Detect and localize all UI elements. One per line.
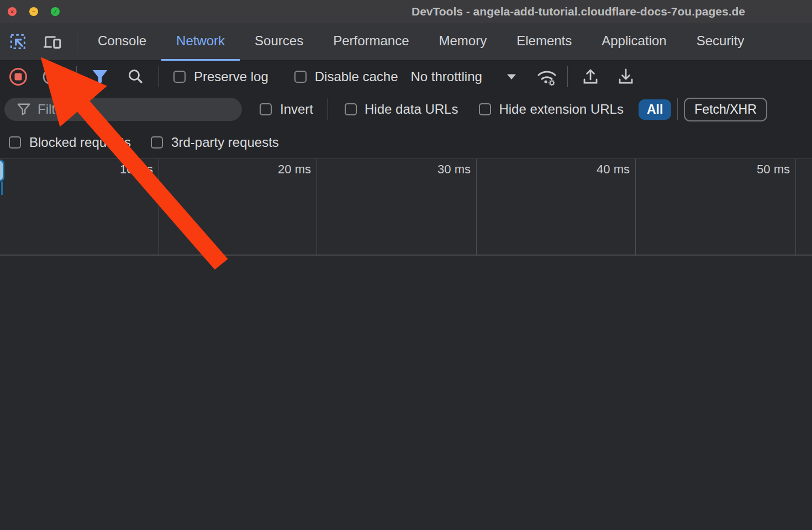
blocked-requests-label: Blocked requests: [29, 135, 131, 150]
hide-data-urls-checkbox[interactable]: [345, 103, 357, 115]
import-har-button[interactable]: [581, 67, 600, 86]
wifi-gear-icon: [535, 67, 558, 87]
filter-toggle-button[interactable]: [91, 68, 109, 85]
inspect-cursor-icon: [9, 33, 28, 51]
divider: [677, 98, 678, 120]
disable-cache-checkbox[interactable]: [294, 71, 307, 83]
timeline-gridline: [795, 159, 796, 255]
zoom-button[interactable]: ∕: [51, 7, 60, 16]
network-overview-timeline[interactable]: 10 ms 20 ms 30 ms 40 ms 50 ms: [0, 158, 812, 256]
filter-input[interactable]: [38, 102, 220, 117]
devtools-tabbar: Console Network Sources Performance Memo…: [0, 23, 812, 61]
download-icon: [616, 67, 635, 86]
search-button[interactable]: [126, 68, 144, 86]
requests-panel-empty: Recording network activity… Perform a re…: [0, 256, 812, 530]
record-network-log-button[interactable]: [9, 67, 28, 86]
invert-label: Invert: [280, 102, 313, 117]
third-party-requests-checkbox[interactable]: [151, 136, 163, 149]
timeline-gridline: [159, 159, 159, 255]
device-toolbar-icon: [43, 33, 62, 51]
hide-extension-urls-label: Hide extension URLs: [499, 102, 623, 117]
toggle-device-toolbar-button[interactable]: [40, 30, 65, 54]
overview-drag-handle-stem: [1, 182, 3, 195]
third-party-requests-label: 3rd-party requests: [171, 135, 279, 150]
divider: [76, 66, 77, 87]
tab-elements[interactable]: Elements: [502, 23, 587, 61]
divider: [567, 66, 568, 87]
inspect-element-button[interactable]: [6, 30, 30, 54]
panel-tabs: Console Network Sources Performance Memo…: [83, 23, 759, 61]
tab-performance[interactable]: Performance: [318, 23, 424, 61]
timeline-tick-label: 40 ms: [569, 162, 630, 177]
search-icon: [126, 68, 144, 86]
tab-memory[interactable]: Memory: [424, 23, 502, 61]
request-type-chip-all[interactable]: All: [639, 99, 671, 120]
timeline-gridline: [476, 159, 477, 255]
timeline-gridline: [635, 159, 636, 255]
hide-data-urls-label: Hide data URLs: [365, 102, 458, 117]
divider: [328, 98, 328, 120]
preserve-log-checkbox[interactable]: [173, 71, 186, 83]
disable-cache-label: Disable cache: [315, 69, 398, 84]
hide-extension-urls-checkbox[interactable]: [479, 103, 491, 115]
network-filter-bar-second-row: Blocked requests 3rd-party requests: [0, 126, 812, 158]
minimize-button[interactable]: −: [29, 7, 38, 16]
divider: [77, 31, 77, 52]
timeline-gridline: [317, 159, 317, 255]
invert-checkbox[interactable]: [260, 103, 272, 115]
overview-drag-handle[interactable]: [0, 160, 4, 182]
tab-sources[interactable]: Sources: [240, 23, 318, 61]
timeline-tick-label: 10 ms: [92, 162, 153, 177]
throttling-select[interactable]: No throttling: [410, 69, 482, 84]
preserve-log-label: Preserve log: [194, 69, 268, 84]
tab-console[interactable]: Console: [83, 23, 161, 61]
divider: [159, 66, 159, 87]
tab-security[interactable]: Security: [682, 23, 760, 61]
timeline-tick-label: 50 ms: [729, 162, 790, 177]
titlebar: × − ∕ DevTools - angela-add-tutorial.clo…: [0, 0, 812, 23]
timeline-tick-label: 30 ms: [410, 162, 471, 177]
timeline-tick-label: 20 ms: [250, 162, 311, 177]
throttling-dropdown-button[interactable]: [507, 73, 516, 80]
export-har-button[interactable]: [616, 67, 635, 86]
filter-input-container[interactable]: [4, 98, 242, 121]
upload-icon: [581, 67, 600, 86]
tab-application[interactable]: Application: [587, 23, 681, 61]
request-type-chip-fetch-xhr[interactable]: Fetch/XHR: [684, 98, 767, 121]
clear-network-log-button[interactable]: [42, 68, 60, 86]
funnel-icon: [91, 68, 109, 85]
devtools-window: × − ∕ DevTools - angela-add-tutorial.clo…: [0, 0, 812, 530]
blocked-requests-checkbox[interactable]: [9, 136, 21, 149]
network-filter-bar: Invert Hide data URLs Hide extension URL…: [0, 93, 812, 126]
tab-network[interactable]: Network: [161, 23, 240, 61]
traffic-lights: × − ∕: [8, 7, 60, 16]
close-button[interactable]: ×: [8, 7, 17, 16]
network-toolbar: Preserve log Disable cache No throttling: [0, 61, 812, 93]
network-conditions-button[interactable]: [535, 67, 558, 87]
funnel-outline-icon: [17, 103, 31, 116]
chevron-down-icon: [507, 73, 516, 80]
window-title: DevTools - angela-add-tutorial.cloudflar…: [412, 0, 745, 23]
